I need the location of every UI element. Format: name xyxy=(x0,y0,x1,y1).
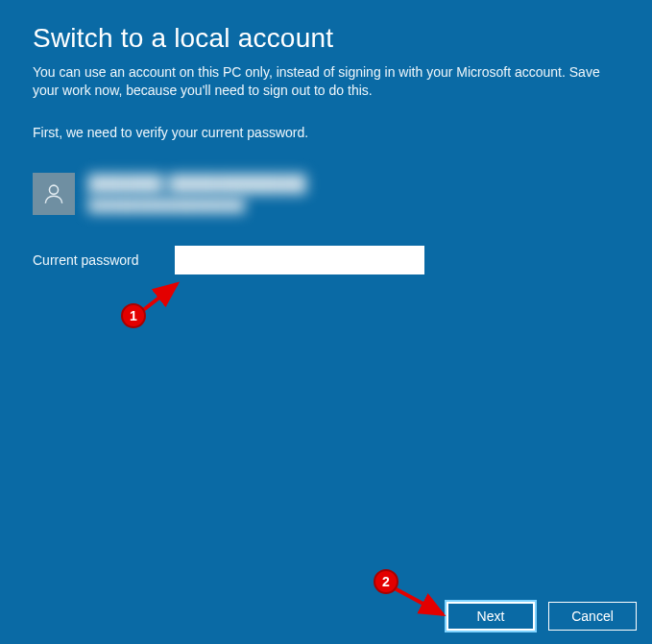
avatar xyxy=(33,173,75,215)
user-display-name: ██████ ███████████ xyxy=(88,175,306,194)
user-row: ██████ ███████████ ████████████████ xyxy=(33,173,619,215)
page-description: You can use an account on this PC only, … xyxy=(33,63,619,100)
password-label: Current password xyxy=(33,252,148,268)
svg-line-1 xyxy=(142,284,177,311)
user-text: ██████ ███████████ ████████████████ xyxy=(88,175,306,212)
current-password-input[interactable] xyxy=(175,246,424,274)
annotation-badge-2: 2 xyxy=(374,569,398,594)
annotation-badge-1: 1 xyxy=(121,303,146,328)
page-title: Switch to a local account xyxy=(33,23,619,54)
next-button[interactable]: Next xyxy=(447,602,535,631)
verify-prompt: First, we need to verify your current pa… xyxy=(33,125,619,140)
cancel-button[interactable]: Cancel xyxy=(548,602,637,631)
dialog-footer: Next Cancel xyxy=(447,602,637,631)
svg-point-0 xyxy=(49,185,58,194)
user-email: ████████████████ xyxy=(88,198,306,212)
password-row: Current password xyxy=(33,246,619,274)
user-icon xyxy=(41,181,66,206)
annotation-arrow-2 xyxy=(387,582,454,624)
dialog-body: Switch to a local account You can use an… xyxy=(0,0,652,274)
svg-line-2 xyxy=(393,587,443,614)
